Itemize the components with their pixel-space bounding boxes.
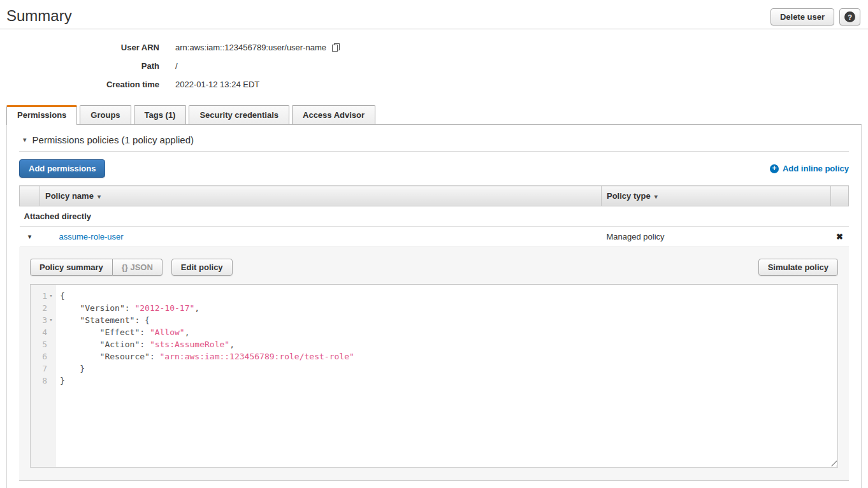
tab-security-credentials[interactable]: Security credentials bbox=[189, 105, 289, 124]
simulate-policy-button[interactable]: Simulate policy bbox=[758, 259, 838, 276]
code-line: } bbox=[60, 375, 837, 387]
code-line: "Effect": "Allow", bbox=[60, 326, 837, 338]
user-arn-text: arn:aws:iam::123456789:user/user-name bbox=[175, 43, 326, 52]
field-row-creation-time: Creation time 2022-01-12 13:24 EDT bbox=[0, 76, 868, 95]
line-number: 5 bbox=[31, 338, 56, 350]
policy-view-button-group: Policy summary {} JSON bbox=[30, 259, 163, 276]
user-arn-label: User ARN bbox=[0, 43, 159, 52]
code-line: "Action": "sts:AssumeRole", bbox=[60, 338, 837, 350]
add-permissions-button[interactable]: Add permissions bbox=[19, 159, 105, 178]
tab-permissions[interactable]: Permissions bbox=[6, 105, 77, 125]
policy-name-column-header[interactable]: Policy name▾ bbox=[40, 186, 602, 206]
json-editor[interactable]: 1▾23▾45678 { "Version": "2012-10-17", "S… bbox=[30, 284, 838, 468]
line-number: 8 bbox=[31, 375, 56, 387]
copy-icon[interactable] bbox=[331, 43, 341, 52]
policy-type-column-header[interactable]: Policy type▾ bbox=[602, 186, 831, 206]
json-view-button[interactable]: {} JSON bbox=[113, 259, 163, 276]
policy-summary-button[interactable]: Policy summary bbox=[30, 259, 113, 276]
attached-directly-label: Attached directly bbox=[20, 206, 849, 227]
code-line: "Statement": { bbox=[60, 314, 837, 326]
edit-policy-button[interactable]: Edit policy bbox=[171, 259, 233, 276]
policy-table-header-row: Policy name▾ Policy type▾ bbox=[20, 186, 849, 206]
creation-time-label: Creation time bbox=[0, 80, 159, 89]
row-expand-caret-icon[interactable]: ▾ bbox=[20, 227, 40, 247]
line-number: 1▾ bbox=[31, 290, 56, 302]
path-label: Path bbox=[0, 61, 159, 71]
tab-tags[interactable]: Tags (1) bbox=[134, 105, 187, 124]
policy-detail-panel: Policy summary {} JSON Edit policy Simul… bbox=[19, 247, 849, 481]
permissions-tab-panel: ▾ Permissions policies (1 policy applied… bbox=[6, 124, 862, 488]
code-line: "Version": "2012-10-17", bbox=[60, 302, 837, 314]
line-number: 7 bbox=[31, 362, 56, 375]
tab-bar: Permissions Groups Tags (1) Security cre… bbox=[6, 105, 862, 124]
line-number: 4 bbox=[31, 326, 56, 338]
tab-access-advisor[interactable]: Access Advisor bbox=[292, 105, 375, 124]
line-number: 3▾ bbox=[31, 314, 56, 326]
delete-user-button[interactable]: Delete user bbox=[770, 8, 834, 25]
sort-caret-icon: ▾ bbox=[98, 193, 101, 200]
code-line: { bbox=[60, 290, 837, 302]
sort-caret-icon: ▾ bbox=[655, 193, 658, 200]
path-value: / bbox=[175, 61, 178, 71]
json-editor-gutter: 1▾23▾45678 bbox=[31, 285, 56, 467]
policy-name-header-label: Policy name bbox=[45, 191, 94, 201]
plus-circle-icon: + bbox=[770, 164, 779, 173]
policy-type-value: Managed policy bbox=[602, 227, 831, 247]
permissions-policies-title: Permissions policies (1 policy applied) bbox=[33, 134, 194, 145]
policy-type-header-label: Policy type bbox=[607, 191, 651, 201]
code-line: } bbox=[60, 362, 837, 375]
user-arn-value: arn:aws:iam::123456789:user/user-name bbox=[175, 43, 341, 52]
code-line: "Resource": "arn:aws:iam::123456789:role… bbox=[60, 350, 837, 362]
line-number: 6 bbox=[31, 350, 56, 362]
policy-table: Policy name▾ Policy type▾ Attached direc… bbox=[19, 185, 849, 247]
policy-actions-row: Add permissions + Add inline policy bbox=[19, 159, 849, 178]
page-title: Summary bbox=[6, 8, 862, 24]
add-inline-policy-link[interactable]: + Add inline policy bbox=[770, 164, 849, 173]
field-row-path: Path / bbox=[0, 58, 868, 76]
json-editor-content[interactable]: { "Version": "2012-10-17", "Statement": … bbox=[56, 285, 837, 467]
tab-groups[interactable]: Groups bbox=[80, 105, 131, 124]
fold-caret-icon[interactable]: ▾ bbox=[47, 314, 55, 326]
collapse-caret-icon: ▾ bbox=[23, 136, 27, 144]
policy-row: ▾ assume-role-user Managed policy ✖ bbox=[20, 227, 849, 247]
add-inline-policy-label: Add inline policy bbox=[783, 164, 849, 173]
help-button[interactable]: ? bbox=[839, 8, 860, 25]
creation-time-value: 2022-01-12 13:24 EDT bbox=[175, 80, 259, 89]
policy-name-link[interactable]: assume-role-user bbox=[59, 232, 124, 241]
fold-caret-icon[interactable]: ▾ bbox=[47, 290, 55, 302]
group-header-row: Attached directly bbox=[20, 206, 849, 227]
user-details: User ARN arn:aws:iam::123456789:user/use… bbox=[0, 29, 868, 96]
page-header: Summary Delete user ? bbox=[0, 0, 868, 29]
header-actions: Delete user ? bbox=[770, 8, 860, 25]
line-number: 2 bbox=[31, 302, 56, 314]
question-mark-icon: ? bbox=[844, 11, 855, 22]
policy-detail-buttons: Policy summary {} JSON Edit policy Simul… bbox=[30, 259, 838, 276]
remove-policy-icon[interactable]: ✖ bbox=[831, 227, 849, 247]
remove-column-header bbox=[831, 186, 849, 206]
expand-column-header bbox=[20, 186, 40, 206]
permissions-policies-section-header[interactable]: ▾ Permissions policies (1 policy applied… bbox=[19, 125, 849, 152]
field-row-user-arn: User ARN arn:aws:iam::123456789:user/use… bbox=[0, 39, 868, 58]
